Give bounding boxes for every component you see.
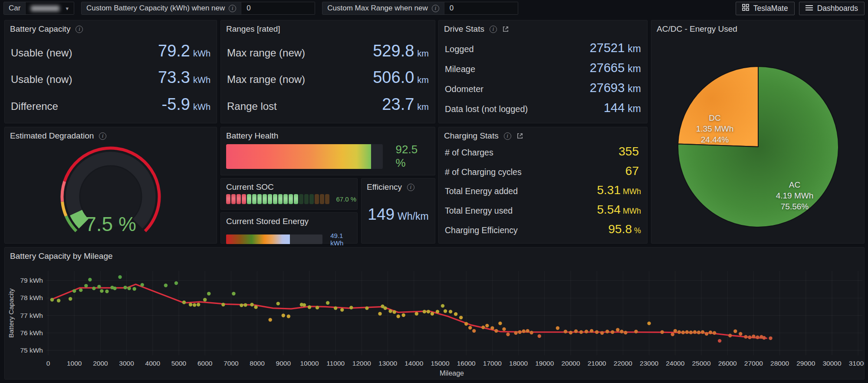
svg-text:28000: 28000 <box>770 360 789 367</box>
soc-cell <box>263 194 267 204</box>
soc-cell <box>309 194 314 204</box>
panel-title: Battery Health <box>226 131 278 141</box>
external-link-icon[interactable] <box>502 26 509 33</box>
soc-cell <box>278 194 283 204</box>
info-icon[interactable]: i <box>229 5 236 12</box>
svg-text:10000: 10000 <box>300 360 319 367</box>
info-icon[interactable]: i <box>504 132 511 140</box>
efficiency-panel: Efficiency i 149Wh/km <box>361 178 435 244</box>
svg-text:79 kWh: 79 kWh <box>20 277 43 284</box>
panel-title: Ranges [rated] <box>226 24 280 34</box>
car-selector-value[interactable]: ▾ <box>25 2 74 14</box>
battery-health-bar <box>226 144 383 169</box>
svg-text:25000: 25000 <box>692 360 710 367</box>
panel-title: Efficiency <box>367 182 402 192</box>
ranges-panel: Ranges [rated] Max range (new) 529.8km M… <box>220 20 435 123</box>
soc-cell <box>257 194 262 204</box>
custom-max-range-input[interactable]: 0 <box>444 2 518 14</box>
info-icon[interactable]: i <box>407 184 414 191</box>
svg-text:2000: 2000 <box>93 360 108 367</box>
stat-value: 73.3 <box>158 68 190 86</box>
stat-row: Total Energy used 5.54MWh <box>445 203 641 217</box>
panel-title: Charging Stats <box>444 131 499 141</box>
soc-cell <box>273 194 277 204</box>
car-selector[interactable]: Car ▾ <box>3 2 74 15</box>
stat-row: Max range (now) 506.0km <box>227 68 429 87</box>
stat-row: Difference -5.9kWh <box>11 95 210 114</box>
soc-cell <box>252 194 256 204</box>
svg-text:Battery Capacity: Battery Capacity <box>7 288 15 338</box>
custom-battery-capacity-label: Custom Battery Capacity (kWh) when new <box>86 4 225 13</box>
soc-cell <box>268 194 272 204</box>
battery-health-panel: Battery Health 92.5 % <box>220 127 435 175</box>
stat-row: Usable (now) 73.3kWh <box>11 68 210 87</box>
svg-text:3000: 3000 <box>119 360 134 367</box>
soc-cell <box>315 194 319 204</box>
external-link-icon[interactable] <box>516 132 523 139</box>
stat-row: Mileage 27665km <box>445 61 641 75</box>
panel-title: AC/DC - Energy Used <box>657 24 737 34</box>
stat-row: Charging Efficiency 95.8% <box>445 222 641 236</box>
battery-capacity-by-mileage-chart[interactable]: 75 kWh76 kWh77 kWh78 kWh79 kWh0100020003… <box>5 248 864 379</box>
info-icon[interactable]: i <box>490 26 497 33</box>
panel-title: Estimated Degradation <box>10 131 94 141</box>
svg-text:22000: 22000 <box>614 360 632 367</box>
soc-lcd-bar <box>226 194 329 204</box>
pie-label-ac: AC 4.19 MWh 75.56% <box>760 179 829 212</box>
dashboard-toolbar: Car ▾ Custom Battery Capacity (kWh) when… <box>0 0 868 17</box>
soc-cell <box>325 194 329 204</box>
svg-text:14000: 14000 <box>404 360 423 367</box>
panel-title: Battery Capacity <box>10 24 70 34</box>
stat-value: 529.8 <box>373 42 414 60</box>
teslamate-button[interactable]: TeslaMate <box>736 2 795 15</box>
panel-title: Current Stored Energy <box>226 217 309 226</box>
svg-text:78 kWh: 78 kWh <box>20 294 43 301</box>
soc-value: 67.0 % <box>336 195 357 203</box>
info-icon[interactable]: i <box>76 26 83 33</box>
dashboards-button[interactable]: Dashboards <box>799 2 865 15</box>
stat-row: Max range (new) 529.8km <box>227 42 429 60</box>
svg-text:75 kWh: 75 kWh <box>20 347 43 354</box>
svg-text:18000: 18000 <box>509 360 528 367</box>
svg-text:19000: 19000 <box>535 360 554 367</box>
battery-health-value: 92.5 % <box>396 143 430 170</box>
panel-title: Drive Stats <box>444 24 484 34</box>
stat-value: 5.31 <box>597 183 621 197</box>
svg-text:12000: 12000 <box>352 360 371 367</box>
soc-cell <box>226 194 230 204</box>
chevron-down-icon: ▾ <box>66 5 69 12</box>
svg-text:9000: 9000 <box>276 360 291 367</box>
soc-cell <box>237 194 241 204</box>
custom-max-range-control: Custom Max Range when new i 0 <box>322 2 518 15</box>
custom-max-range-label: Custom Max Range when new <box>327 4 428 13</box>
car-name-redacted <box>31 6 59 11</box>
soc-cell <box>231 194 236 204</box>
svg-text:16000: 16000 <box>457 360 476 367</box>
menu-icon <box>806 4 813 13</box>
stat-row: Logged 27521km <box>445 41 641 55</box>
stat-row: # of Charging cycles 67 <box>445 164 641 178</box>
svg-text:4000: 4000 <box>145 360 161 367</box>
svg-text:24000: 24000 <box>666 360 684 367</box>
acdc-energy-panel: AC/DC - Energy Used DC 1.35 MWh 24.44% A… <box>651 20 865 244</box>
svg-text:27000: 27000 <box>744 360 763 367</box>
stat-row: Odometer 27693km <box>445 81 641 95</box>
info-icon[interactable]: i <box>99 132 106 140</box>
soc-cell <box>247 194 251 204</box>
info-icon[interactable]: i <box>432 5 439 12</box>
svg-text:0: 0 <box>46 360 50 367</box>
battery-capacity-chart-panel: Battery Capacity by Mileage 75 kWh76 kWh… <box>4 247 865 380</box>
svg-text:26000: 26000 <box>718 360 737 367</box>
svg-text:8000: 8000 <box>250 360 265 367</box>
efficiency-value: 149 <box>368 205 395 223</box>
stat-row: Total Energy added 5.31MWh <box>445 183 641 197</box>
car-selector-label: Car <box>4 2 25 14</box>
stat-value: 79.2 <box>158 42 190 60</box>
svg-text:Mileage: Mileage <box>440 370 464 377</box>
svg-text:1000: 1000 <box>67 360 82 367</box>
battery-capacity-panel: Battery Capacity i Usable (new) 79.2kWh … <box>4 20 217 123</box>
svg-text:21000: 21000 <box>588 360 606 367</box>
stat-value: 27665 <box>590 61 625 75</box>
custom-battery-capacity-input[interactable]: 0 <box>241 2 315 14</box>
stored-energy-fill <box>226 234 290 244</box>
